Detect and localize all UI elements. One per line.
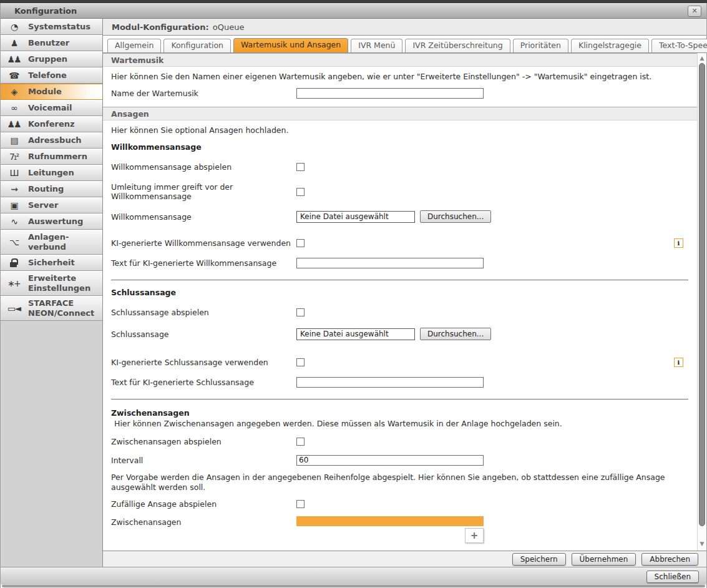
addressbook-icon: ▤ xyxy=(6,136,21,145)
sidebar-filler xyxy=(1,321,102,567)
willkommen-file-row: Willkommensansage Keine Datei ausgewählt… xyxy=(103,210,697,223)
sidebar-item-auswertung[interactable]: ∿Auswertung xyxy=(1,213,102,230)
willkommen-ki-text-row: Text für KI-generierte Willkommensansage xyxy=(103,258,697,268)
sidebar-item-telefone[interactable]: ☎Telefone xyxy=(1,67,102,84)
random-info-text: Per Vorgabe werden die Ansagen in der an… xyxy=(103,473,697,492)
tab-ivr-men[interactable]: IVR Menü xyxy=(351,39,402,52)
schluss-ki-label: KI-generierte Schlussansage verwenden xyxy=(111,358,296,367)
schluss-ki-checkbox[interactable] xyxy=(296,358,305,366)
sidebar-item-gruppen[interactable]: ♟♟Gruppen xyxy=(1,51,102,67)
tab-wartemusik-und-ansagen[interactable]: Wartemusik und Ansagen xyxy=(233,38,348,52)
sidebar-item-label: Konferenz xyxy=(28,119,75,129)
schluss-ki-text-label: Text für KI-generierte Schlussansage xyxy=(111,378,296,387)
umleitung-row: Umleitung immer greift vor der Willkomme… xyxy=(103,182,697,201)
schluss-file-value[interactable]: Keine Datei ausgewählt xyxy=(296,328,415,340)
vertical-scrollbar[interactable]: ▲ ▼ xyxy=(697,53,706,551)
sidebar-item-label: Telefone xyxy=(28,71,67,81)
zwischen-info-text: Hier können Zwischenansagen angegeben we… xyxy=(103,419,697,429)
schluss-file-label: Schlussansage xyxy=(111,330,296,339)
name-wartemusik-row: Name der Wartemusik xyxy=(103,88,697,99)
info-icon[interactable]: i xyxy=(674,358,683,367)
sidebar-item-label: Leitungen xyxy=(28,168,74,178)
random-play-row: Zufällige Ansage abspielen xyxy=(103,499,697,509)
section-ansagen: Ansagen xyxy=(103,107,697,120)
name-wartemusik-input[interactable] xyxy=(296,88,484,99)
sidebar-item-label: Auswertung xyxy=(28,217,83,227)
add-icon[interactable]: + xyxy=(465,528,484,543)
module-config-header: Modul-Konfiguration: oQueue xyxy=(103,19,706,36)
screen: Konfiguration ✕ ◔Systemstatus♟Benutzer♟♟… xyxy=(0,0,707,588)
willkommen-file-value[interactable]: Keine Datei ausgewählt xyxy=(296,211,415,223)
zwischen-list-box[interactable] xyxy=(296,516,484,526)
sidebar-item-anlagen-verbund[interactable]: ⌥Anlagen- verbund xyxy=(1,230,102,255)
zwischenansagen-heading: Zwischenansagen xyxy=(103,408,697,418)
scroll-down-icon[interactable]: ▼ xyxy=(698,541,706,547)
sidebar-item-label: Sicherheit xyxy=(28,258,75,268)
willkommen-play-row: Willkommensansage abspielen xyxy=(103,162,697,172)
sidebar-item-label: STARFACE NEON/Connect xyxy=(28,298,94,318)
info-icon[interactable]: i xyxy=(674,238,683,248)
close-icon[interactable]: ✕ xyxy=(688,6,701,17)
willkommen-browse-button[interactable]: Durchsuchen... xyxy=(420,210,491,223)
scroll-up-icon[interactable]: ▲ xyxy=(698,55,706,61)
schluss-file-row: Schlussansage Keine Datei ausgewählt Dur… xyxy=(103,328,697,340)
cancel-button[interactable]: Abbrechen xyxy=(641,553,698,566)
umleitung-label: Umleitung immer greift vor der Willkomme… xyxy=(111,182,296,201)
sidebar-item-label: Routing xyxy=(28,184,64,194)
umleitung-checkbox[interactable] xyxy=(296,188,305,196)
sidebar-item-systemstatus[interactable]: ◔Systemstatus xyxy=(1,19,102,35)
willkommen-file-label: Willkommensansage xyxy=(111,212,296,222)
module-button-bar: Speichern Übernehmen Abbrechen xyxy=(103,551,706,567)
tab-ivr-zeit-berschreitung[interactable]: IVR Zeitüberschreitung xyxy=(405,39,510,52)
schluss-ki-row: KI-generierte Schlussansage verwenden i xyxy=(103,358,697,367)
willkommensansage-heading: Willkommensansage xyxy=(103,142,697,152)
sidebar-item-voicemail[interactable]: ∞Voicemail xyxy=(1,100,102,116)
sidebar-item-label: Anlagen- verbund xyxy=(28,232,69,252)
apply-button[interactable]: Übernehmen xyxy=(572,553,636,566)
schluss-ki-text-input[interactable] xyxy=(296,377,484,388)
sidebar-item-erweiterte-einstellungen[interactable]: ∗+Erweiterte Einstellungen xyxy=(1,271,102,296)
sidebar-item-adressbuch[interactable]: ▤Adressbuch xyxy=(1,132,102,149)
zwischen-play-checkbox[interactable] xyxy=(296,438,305,446)
main-content: Modul-Konfiguration: oQueue AllgemeinKon… xyxy=(103,19,706,567)
willkommen-ki-text-input[interactable] xyxy=(296,258,484,268)
phone-icon: ☎ xyxy=(6,71,21,80)
sidebar-item-routing[interactable]: ⇝Routing xyxy=(1,181,102,197)
sidebar-item-leitungen[interactable]: ШLeitungen xyxy=(1,165,102,181)
close-window-button[interactable]: Schließen xyxy=(646,571,699,583)
section-wartemusik: Wartemusik xyxy=(103,53,697,67)
schluss-play-label: Schlussansage abspielen xyxy=(111,308,296,317)
tab-konfiguration[interactable]: Konfiguration xyxy=(163,39,231,52)
willkommen-ki-checkbox[interactable] xyxy=(296,239,305,247)
tab-allgemein[interactable]: Allgemein xyxy=(107,39,161,52)
sidebar-item-server[interactable]: ▣Server xyxy=(1,197,102,213)
tab-text-to-speech-ki[interactable]: Text-To-Speech (KI) xyxy=(651,39,707,52)
intervall-label: Intervall xyxy=(111,456,296,465)
save-button[interactable]: Speichern xyxy=(512,553,566,566)
willkommen-ki-label: KI-generierte Willkommensansage verwende… xyxy=(111,238,296,248)
sidebar-item-module[interactable]: ◈Module xyxy=(1,84,102,100)
schluss-browse-button[interactable]: Durchsuchen... xyxy=(420,328,491,340)
sidebar-item-sicherheit[interactable]: Sicherheit xyxy=(1,255,102,271)
phone-numbers-icon: 7₁² xyxy=(6,152,21,161)
chart-icon: ∿ xyxy=(6,217,21,226)
server-icon: ▣ xyxy=(6,201,21,210)
intervall-input[interactable] xyxy=(296,455,484,466)
divider xyxy=(111,280,688,280)
clock-status-icon: ◔ xyxy=(6,22,21,31)
schluss-play-checkbox[interactable] xyxy=(296,308,305,316)
sidebar-item-konferenz[interactable]: ♟♟Konferenz xyxy=(1,116,102,132)
tab-priorit-ten[interactable]: Prioritäten xyxy=(513,39,568,52)
window-title: Konfiguration xyxy=(14,6,688,16)
wartemusik-info-text: Hier können Sie den Namen einer eigenen … xyxy=(103,72,697,82)
module-config-label: Modul-Konfiguration: xyxy=(112,22,209,32)
sidebar-item-starface-neon-connect[interactable]: ▭◄STARFACE NEON/Connect xyxy=(1,296,102,321)
willkommen-play-checkbox[interactable] xyxy=(296,163,305,171)
tab-klingelstragegie[interactable]: Klingelstragegie xyxy=(571,39,649,52)
lines-icon: Ш xyxy=(6,169,21,177)
sidebar-item-label: Voicemail xyxy=(28,103,72,113)
sidebar-item-benutzer[interactable]: ♟Benutzer xyxy=(1,35,102,51)
sidebar-item-rufnummern[interactable]: 7₁²Rufnummern xyxy=(1,149,102,165)
random-play-checkbox[interactable] xyxy=(296,500,305,508)
scrollbar-thumb[interactable] xyxy=(699,63,705,526)
